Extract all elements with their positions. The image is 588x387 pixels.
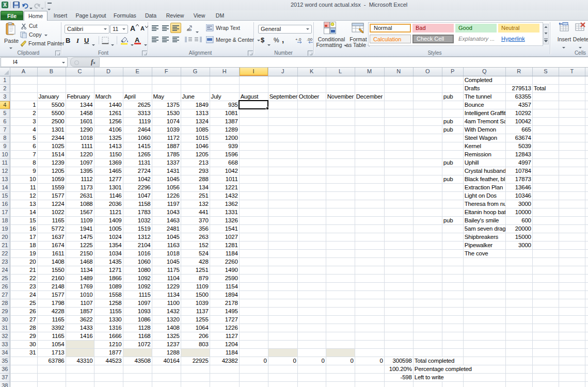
svg-text:ab: ab <box>187 27 192 32</box>
svg-text:X: X <box>3 2 7 8</box>
svg-text:.00: .00 <box>307 37 313 42</box>
svg-text:+.0: +.0 <box>295 37 301 42</box>
